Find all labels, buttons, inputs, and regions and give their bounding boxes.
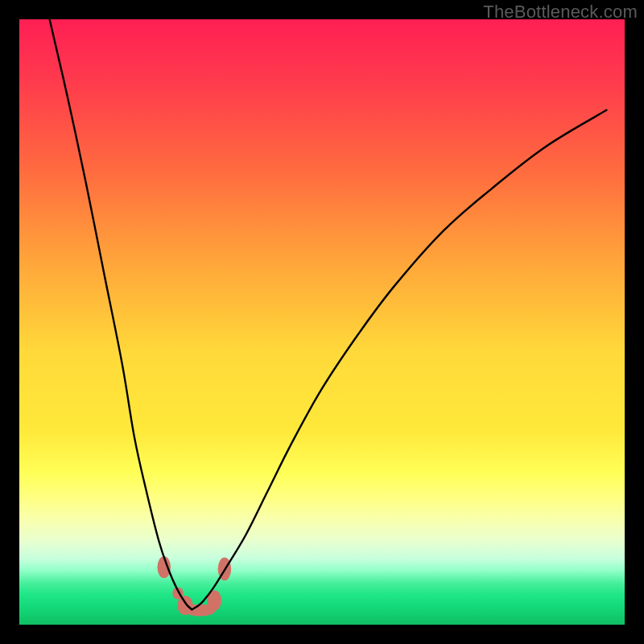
chart-plot-area bbox=[19, 19, 625, 625]
bottleneck-curve-chart bbox=[19, 19, 625, 625]
curve-left-branch bbox=[50, 19, 192, 609]
curve-right-branch bbox=[192, 110, 606, 609]
watermark-text: TheBottleneck.com bbox=[483, 2, 638, 23]
